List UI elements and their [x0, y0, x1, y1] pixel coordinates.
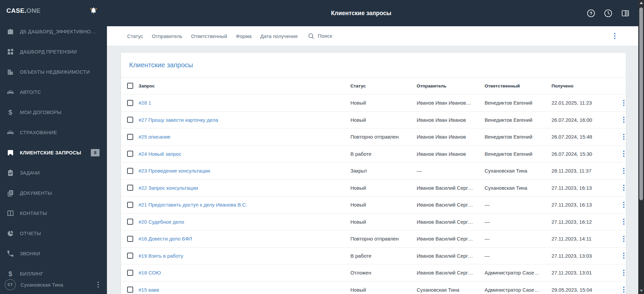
cell-sender: —	[417, 168, 485, 174]
row-checkbox[interactable]	[127, 151, 133, 157]
inbox-icon	[6, 149, 14, 157]
sidebar-item-dashboard-pretenzii[interactable]: ДАШБОРД ПРЕТЕНЗИИ	[0, 42, 107, 62]
page-title: Клиентские запросы	[331, 0, 391, 26]
filter-3[interactable]: Ответственный	[191, 33, 227, 39]
filter-bar: СтатусОтправительОтветственныйФормаДата …	[107, 26, 638, 46]
request-link[interactable]: #22 Запрос консультации	[139, 185, 350, 191]
contacts-icon	[6, 209, 14, 217]
row-checkbox[interactable]	[127, 253, 133, 259]
panel-icon[interactable]	[621, 9, 630, 18]
filter-2[interactable]: Отправитель	[152, 33, 182, 39]
request-link[interactable]: #21 Предоставить доступ к делу Иванова В…	[139, 202, 350, 208]
history-icon[interactable]	[604, 9, 613, 18]
request-link[interactable]: #24 Новый запрос	[139, 151, 350, 157]
sidebar-item-dokumenty[interactable]: ДОКУМЕНТЫ	[0, 183, 107, 203]
scrollbar-up-arrow-icon[interactable]	[640, 2, 643, 4]
sidebar-item-otchety[interactable]: ОТЧЕТЫ	[0, 223, 107, 244]
row-menu-dots-icon[interactable]	[622, 167, 626, 175]
sidebar-item-moi-dogovory[interactable]: $МОИ ДОГОВОРЫ	[0, 102, 107, 122]
filter-1[interactable]: Статус	[127, 33, 143, 39]
row-checkbox[interactable]	[127, 134, 133, 140]
request-link[interactable]: #15 вавв	[139, 287, 350, 293]
notifications-bell-icon[interactable]	[89, 6, 98, 15]
request-link[interactable]: #19 Взять в работу	[139, 253, 350, 259]
request-link[interactable]: #18 СОЮ	[139, 270, 350, 275]
vertical-scrollbar[interactable]	[638, 0, 644, 294]
user-name: Сухановская Тина	[21, 282, 63, 288]
select-all-checkbox[interactable]	[127, 83, 133, 89]
sidebar-item-kontakty[interactable]: КОНТАКТЫ	[0, 203, 107, 223]
cell-status: Повторно отправлен	[350, 236, 417, 242]
row-menu-dots-icon[interactable]	[622, 200, 626, 209]
sidebar-item-zadachi[interactable]: ЗАДАЧИ	[0, 163, 107, 183]
documents-icon	[6, 189, 14, 197]
app-logo[interactable]: CASE.ONE	[6, 7, 41, 14]
cell-status: Новый	[350, 185, 417, 191]
cell-status: Новый	[350, 219, 417, 225]
row-menu-dots-icon[interactable]	[622, 133, 626, 141]
sidebar-item-db-dashboard-effectivnost[interactable]: ДБ ДАШБОРД_ЭФФЕКТИВНО…	[0, 22, 107, 42]
row-menu-dots-icon[interactable]	[622, 234, 626, 243]
filter-menu-dots-icon[interactable]	[613, 32, 617, 40]
sidebar-item-klientskie-zaprosy[interactable]: КЛИЕНТСКИЕ ЗАПРОСЫ8	[0, 143, 107, 163]
sidebar-item-strahovanie[interactable]: СТРАХОВАНИЕ	[0, 122, 107, 143]
table-row: #24 Новый запросВ работеИванов Иван Иван…	[121, 146, 626, 163]
request-link[interactable]: #23 Проведение консультации	[139, 168, 350, 174]
filter-4[interactable]: Форма	[236, 33, 252, 39]
sidebar-item-avto-ts[interactable]: АВТО/ТС	[0, 82, 107, 102]
cell-status: Новый	[350, 202, 417, 208]
tasks-icon	[6, 169, 14, 177]
table-header-row: ЗапросСтатусОтправительОтветственныйПолу…	[121, 77, 626, 95]
cell-received: 27.11.2023, 16:13	[552, 185, 606, 191]
row-checkbox[interactable]	[127, 202, 133, 208]
sidebar-item-label: ДОКУМЕНТЫ	[20, 190, 52, 196]
cell-responsible: Венедиктов Евгений	[485, 134, 552, 140]
row-checkbox[interactable]	[127, 168, 133, 174]
row-menu-dots-icon[interactable]	[622, 115, 626, 124]
table-row: #28 1НовыйИванов Иван Иванов…Венедиктов …	[121, 95, 626, 112]
request-link[interactable]: #28 1	[139, 100, 350, 106]
row-checkbox[interactable]	[127, 185, 133, 191]
car-icon	[6, 128, 14, 137]
row-checkbox[interactable]	[127, 287, 133, 293]
cell-status: Новый	[350, 287, 417, 293]
sidebar-item-label: СТРАХОВАНИЕ	[20, 130, 57, 135]
help-icon[interactable]: ?	[586, 9, 596, 18]
search-input[interactable]: Поиск	[308, 33, 332, 40]
building-icon	[6, 68, 14, 76]
table-row: #15 ваввНовыйСухановская ТинаАдминистрат…	[121, 282, 626, 294]
cell-status: Повторно отправлен	[350, 134, 417, 140]
cell-sender: Иванов Василий Серг…	[417, 185, 485, 191]
briefcase-icon	[6, 28, 14, 36]
user-menu-dots-icon[interactable]	[96, 280, 100, 289]
request-link[interactable]: #25 описание	[139, 134, 350, 140]
cell-responsible: —	[485, 219, 552, 225]
sidebar-item-label: ОБЪЕКТЫ НЕДВИЖИМОСТИ	[20, 69, 90, 75]
sidebar-item-label: АВТО/ТС	[20, 89, 41, 95]
row-checkbox[interactable]	[127, 236, 133, 242]
request-link[interactable]: #27 Прошу завести карточку дела	[139, 117, 350, 123]
row-menu-dots-icon[interactable]	[622, 149, 626, 158]
row-checkbox[interactable]	[127, 219, 133, 225]
row-menu-dots-icon[interactable]	[622, 183, 626, 192]
row-menu-dots-icon[interactable]	[622, 251, 626, 260]
cell-responsible: Сухановская Тина	[485, 185, 552, 191]
request-link[interactable]: #20 Судебное дело	[139, 219, 350, 225]
scrollbar-thumb[interactable]	[639, 7, 643, 200]
row-checkbox[interactable]	[127, 270, 133, 276]
row-menu-dots-icon[interactable]	[622, 99, 626, 107]
sidebar-item-obekty-nedvizhimosti[interactable]: ОБЪЕКТЫ НЕДВИЖИМОСТИ	[0, 62, 107, 82]
sidebar-item-label: ЗАДАЧИ	[20, 170, 40, 176]
filter-5[interactable]: Дата получения	[260, 33, 298, 39]
row-checkbox[interactable]	[127, 117, 133, 123]
user-row[interactable]: СТ Сухановская Тина	[0, 275, 107, 294]
row-menu-dots-icon[interactable]	[622, 285, 626, 294]
scrollbar-down-arrow-icon[interactable]	[640, 290, 643, 292]
table-row: #23 Проведение консультацииЗакрыт—Сухано…	[121, 162, 626, 180]
row-checkbox[interactable]	[127, 100, 133, 106]
request-link[interactable]: #16 Довести дело БФЛ	[139, 236, 350, 242]
row-menu-dots-icon[interactable]	[622, 217, 626, 226]
row-menu-dots-icon[interactable]	[622, 268, 626, 277]
cell-responsible: Венедиктов Евгений	[485, 100, 552, 106]
sidebar-item-zvonki[interactable]: ЗВОНКИ	[0, 244, 107, 264]
